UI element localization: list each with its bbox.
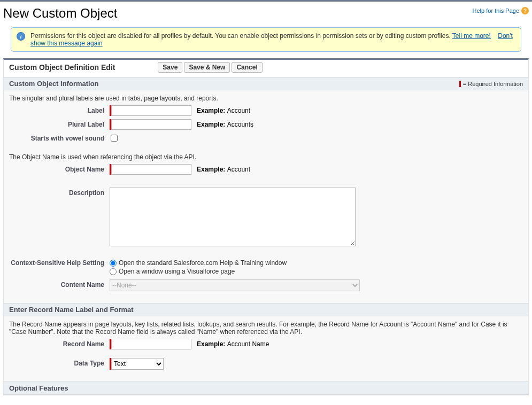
row-plural-label: Plural Label Example: Accounts xyxy=(9,119,523,130)
radio-standard-help-input[interactable] xyxy=(110,260,117,267)
record-name-example: Example: Account Name xyxy=(197,340,269,348)
row-data-type: Data Type Text xyxy=(9,358,523,370)
row-help-setting: Context-Sensitive Help Setting Open the … xyxy=(9,259,523,276)
description-label: Description xyxy=(9,188,110,198)
tell-me-more-link[interactable]: Tell me more! xyxy=(452,32,491,40)
record-note: The Record Name appears in page layouts,… xyxy=(9,321,523,336)
labels-note: The singular and plural labels are used … xyxy=(9,95,523,102)
help-setting-label: Context-Sensitive Help Setting xyxy=(9,259,110,267)
section-header-optional: Optional Features xyxy=(4,381,528,395)
radio-vf-help-input[interactable] xyxy=(110,268,117,275)
radio-vf-help-label: Open a window using a Visualforce page xyxy=(119,268,235,275)
label-label: Label xyxy=(9,105,110,116)
page-title: New Custom Object xyxy=(3,6,117,21)
row-vowel-sound: Starts with vowel sound xyxy=(9,133,523,144)
save-button[interactable]: Save xyxy=(158,62,182,73)
section-header-info: Custom Object Information = Required Inf… xyxy=(4,77,528,90)
api-note: The Object Name is used when referencing… xyxy=(9,153,523,161)
required-info-legend: = Required Information xyxy=(459,81,523,87)
edit-header-title: Custom Object Definition Edit xyxy=(9,63,158,72)
section-header-record: Enter Record Name Label and Format xyxy=(4,303,528,316)
help-link-text[interactable]: Help for this Page xyxy=(473,7,519,14)
section-title-record: Enter Record Name Label and Format xyxy=(9,306,134,314)
edit-header: Custom Object Definition Edit Save Save … xyxy=(4,60,528,77)
cancel-button[interactable]: Cancel xyxy=(232,62,262,73)
notice-text: Permissions for this object are disabled… xyxy=(30,32,452,40)
plural-label-label: Plural Label xyxy=(9,119,110,130)
section-title-info: Custom Object Information xyxy=(9,80,99,88)
content-name-select: --None-- xyxy=(110,279,360,291)
label-input[interactable] xyxy=(111,105,191,116)
save-and-new-button[interactable]: Save & New xyxy=(184,62,230,73)
data-type-select[interactable]: Text xyxy=(111,358,164,370)
object-name-label: Object Name xyxy=(9,164,110,175)
record-name-input[interactable] xyxy=(111,339,191,349)
row-object-name: Object Name Example: Account xyxy=(9,164,523,175)
radio-standard-help-label: Open the standard Salesforce.com Help & … xyxy=(119,259,287,267)
object-name-example: Example: Account xyxy=(197,166,250,173)
vowel-sound-label: Starts with vowel sound xyxy=(9,133,110,144)
label-example: Example: Account xyxy=(197,107,250,114)
plural-label-input[interactable] xyxy=(111,119,191,130)
radio-vf-help[interactable]: Open a window using a Visualforce page xyxy=(110,268,235,275)
content-name-label: Content Name xyxy=(9,279,110,290)
row-record-name: Record Name Example: Account Name xyxy=(9,339,523,349)
row-content-name: Content Name --None-- xyxy=(9,279,523,291)
section-title-optional: Optional Features xyxy=(9,384,68,392)
description-textarea[interactable] xyxy=(110,188,356,246)
help-for-page[interactable]: Help for this Page ? xyxy=(473,7,529,14)
required-info-text: = Required Information xyxy=(463,81,523,87)
required-bar-icon xyxy=(459,81,461,87)
main-panel: Custom Object Definition Edit Save Save … xyxy=(3,58,529,395)
object-name-input[interactable] xyxy=(111,164,191,175)
help-icon[interactable]: ? xyxy=(521,7,529,14)
radio-standard-help[interactable]: Open the standard Salesforce.com Help & … xyxy=(110,259,287,267)
row-description: Description xyxy=(9,188,523,246)
record-name-label: Record Name xyxy=(9,339,110,349)
info-icon: i xyxy=(17,32,25,41)
vowel-sound-checkbox[interactable] xyxy=(111,135,118,142)
plural-example: Example: Accounts xyxy=(197,121,253,128)
permissions-notice: i Permissions for this object are disabl… xyxy=(11,27,521,52)
page-header: New Custom Object Help for this Page ? xyxy=(0,2,532,27)
section-body-info: The singular and plural labels are used … xyxy=(4,90,528,303)
data-type-label: Data Type xyxy=(9,358,110,369)
row-label: Label Example: Account xyxy=(9,105,523,116)
section-body-record: The Record Name appears in page layouts,… xyxy=(4,316,528,381)
